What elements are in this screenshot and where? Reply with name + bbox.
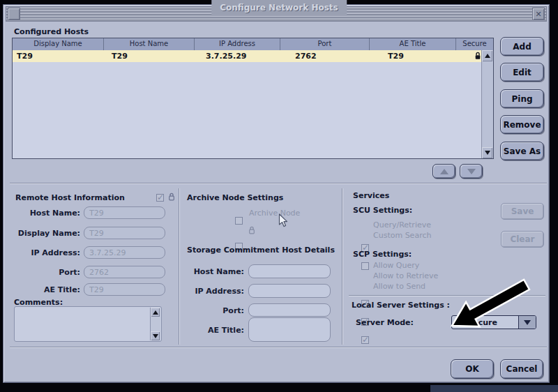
query-retrieve-label: Query/Retrieve xyxy=(373,220,431,229)
lock-icon xyxy=(248,226,255,235)
divider xyxy=(179,188,180,345)
ok-button[interactable]: OK xyxy=(451,359,494,379)
sc-ae-title-label: AE Title: xyxy=(181,326,244,335)
sc-ae-title-field[interactable] xyxy=(248,317,331,342)
cancel-button[interactable]: Cancel xyxy=(500,359,543,379)
column-header-display-name[interactable]: Display Name xyxy=(13,38,104,50)
custom-search-label: Custom Search xyxy=(373,231,431,240)
close-button[interactable]: ✕ xyxy=(532,8,545,20)
column-header-port[interactable]: Port xyxy=(280,38,370,50)
archive-node-checkbox[interactable] xyxy=(235,217,243,225)
services-label: Services xyxy=(353,191,389,200)
ip-address-field[interactable] xyxy=(84,246,165,259)
cell-ip-address: 3.7.25.29 xyxy=(202,50,291,62)
triangle-up-icon xyxy=(153,310,158,315)
sc-port-field[interactable] xyxy=(248,303,331,317)
sc-host-name-label: Host Name: xyxy=(181,267,244,276)
ping-button[interactable]: Ping xyxy=(500,89,544,108)
host-name-label: Host Name: xyxy=(14,209,80,218)
save-button[interactable]: Save xyxy=(501,203,544,220)
storage-commitment-label: Storage Commitment Host Details xyxy=(187,246,335,255)
comments-textarea[interactable] xyxy=(14,306,162,342)
scroll-up-button[interactable] xyxy=(151,308,160,317)
sc-ip-address-field[interactable] xyxy=(248,284,331,298)
host-name-field[interactable] xyxy=(84,206,165,219)
lock-icon xyxy=(168,193,175,202)
table-scrollbar[interactable] xyxy=(481,50,493,158)
scroll-down-button[interactable] xyxy=(482,147,492,158)
move-down-button[interactable] xyxy=(460,164,483,179)
mouse-cursor-icon xyxy=(278,213,289,228)
port-field[interactable] xyxy=(84,266,165,278)
display-name-field[interactable] xyxy=(84,227,165,239)
sc-host-name-field[interactable] xyxy=(248,264,331,278)
ae-title-field[interactable] xyxy=(84,283,165,296)
triangle-down-icon xyxy=(485,151,490,155)
scroll-up-button[interactable] xyxy=(482,50,492,61)
save-as-button[interactable]: Save As xyxy=(500,142,544,160)
arrow-up-icon xyxy=(440,169,448,174)
cell-host-name: T29 xyxy=(107,50,202,62)
clear-button[interactable]: Clear xyxy=(501,231,544,248)
desktop-background-patch xyxy=(430,385,558,392)
annotation-arrow-icon xyxy=(439,276,558,333)
scroll-down-button[interactable] xyxy=(151,331,160,340)
column-header-secure[interactable]: Secure xyxy=(456,38,493,50)
triangle-up-icon xyxy=(485,54,490,58)
close-icon: ✕ xyxy=(535,10,541,18)
arrow-down-icon xyxy=(467,169,476,174)
lock-icon xyxy=(474,52,481,61)
divider xyxy=(10,347,547,348)
window-menu-button[interactable] xyxy=(8,8,20,20)
scp-settings-label: SCP Settings: xyxy=(353,250,412,259)
remote-host-info-label: Remote Host Information xyxy=(15,193,125,202)
table-row-selected[interactable]: T29 T29 3.7.25.29 2762 T29 xyxy=(13,50,482,62)
archive-node-checkbox-label: Archive Node xyxy=(249,209,300,218)
remove-button[interactable]: Remove xyxy=(500,115,544,134)
port-label: Port: xyxy=(14,268,80,277)
screen: Configure Network Hosts ✕ Configured Hos… xyxy=(0,0,558,392)
local-server-settings-label: Local Server Settings : xyxy=(352,301,450,310)
move-up-button[interactable] xyxy=(432,164,455,179)
comments-scrollbar[interactable] xyxy=(150,308,160,340)
window-title: Configure Network Hosts xyxy=(211,0,347,15)
triangle-down-icon xyxy=(153,334,158,338)
allow-to-send-label: Allow to Send xyxy=(373,282,425,291)
allow-to-send-checkbox[interactable] xyxy=(361,336,369,344)
sc-ip-address-label: IP Address: xyxy=(181,287,244,296)
scu-settings-label: SCU Settings: xyxy=(353,206,412,215)
display-name-label: Display Name: xyxy=(14,229,80,238)
cell-port: 2762 xyxy=(291,50,384,62)
add-button[interactable]: Add xyxy=(500,37,544,56)
edit-button[interactable]: Edit xyxy=(500,63,544,82)
ip-address-label: IP Address: xyxy=(14,248,80,257)
column-header-ip-address[interactable]: IP Address xyxy=(195,38,280,50)
ae-title-label: AE Title: xyxy=(14,285,80,294)
remote-host-locked-checkbox[interactable] xyxy=(156,194,164,202)
server-mode-label: Server Mode: xyxy=(356,318,414,327)
divider xyxy=(342,188,343,345)
archive-node-settings-label: Archive Node Settings xyxy=(187,193,283,202)
column-header-ae-title[interactable]: AE Title xyxy=(370,38,456,50)
sc-port-label: Port: xyxy=(181,306,244,315)
column-header-host-name[interactable]: Host Name xyxy=(104,38,195,50)
allow-to-retrieve-label: Allow to Retrieve xyxy=(373,271,438,280)
cell-display-name: T29 xyxy=(13,50,107,62)
allow-query-label: Allow Query xyxy=(373,261,419,270)
cell-ae-title: T29 xyxy=(384,50,474,62)
hosts-table-header: Display Name Host Name IP Address Port A… xyxy=(13,38,493,51)
hosts-table: Display Name Host Name IP Address Port A… xyxy=(12,38,494,159)
custom-search-checkbox[interactable] xyxy=(361,262,369,270)
configured-hosts-label: Configured Hosts xyxy=(14,27,89,36)
divider xyxy=(10,183,547,184)
